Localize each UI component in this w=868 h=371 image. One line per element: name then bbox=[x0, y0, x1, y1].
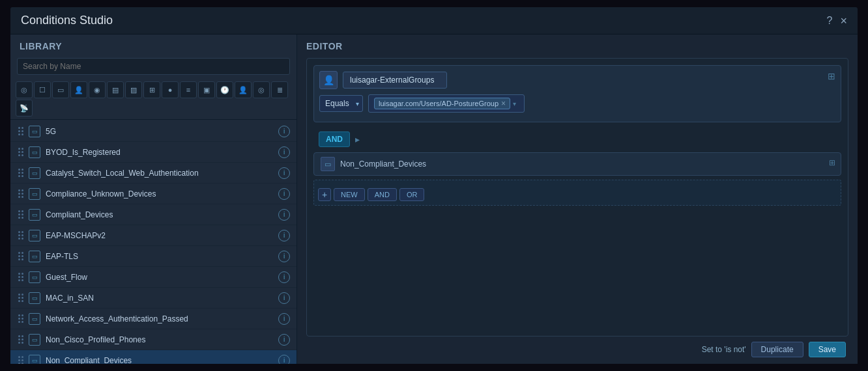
filter-clock-icon[interactable]: 🕐 bbox=[216, 81, 233, 98]
filter-circle-icon[interactable]: ◉ bbox=[89, 81, 106, 98]
filter-pattern-icon[interactable]: ▨ bbox=[125, 81, 142, 98]
and-expand-icon[interactable]: ▸ bbox=[355, 134, 360, 144]
list-item[interactable]: ▭ Network_Access_Authentication_Passed i bbox=[10, 309, 297, 329]
item-label: Catalyst_Switch_Local_Web_Authentication bbox=[46, 169, 278, 178]
item-type-icon: ▭ bbox=[29, 313, 40, 325]
nc-label: Non_Compliant_Devices bbox=[340, 159, 426, 169]
info-icon[interactable]: i bbox=[278, 271, 290, 283]
item-label: 5G bbox=[46, 127, 278, 136]
item-type-icon: ▭ bbox=[29, 334, 40, 346]
item-type-icon: ▭ bbox=[29, 292, 40, 304]
list-item[interactable]: ▭ Compliant_Devices i bbox=[10, 204, 297, 225]
save-button[interactable]: Save bbox=[809, 342, 846, 357]
new-button[interactable]: NEW bbox=[334, 188, 365, 201]
list-item[interactable]: ▭ BYOD_Is_Registered i bbox=[10, 142, 297, 163]
set-to-is-not-text: Set to 'is not' bbox=[702, 345, 746, 354]
drag-handle[interactable] bbox=[17, 292, 25, 303]
drag-handle[interactable] bbox=[17, 126, 25, 137]
item-type-icon: ▭ bbox=[29, 230, 40, 241]
item-type-icon: ▭ bbox=[29, 251, 40, 262]
drag-handle[interactable] bbox=[17, 209, 25, 220]
user-attribute-icon: 👤 bbox=[319, 71, 338, 89]
list-item[interactable]: ▭ EAP-MSCHAPv2 i bbox=[10, 225, 297, 246]
item-label: Non_Compliant_Devices bbox=[46, 356, 278, 364]
item-label: Compliant_Devices bbox=[46, 210, 278, 219]
tag-value: luisagar.com/Users/AD-PostureGroup bbox=[379, 100, 499, 107]
non-compliant-block: ⊞ ▭ Non_Compliant_Devices bbox=[313, 152, 841, 176]
help-icon[interactable]: ? bbox=[827, 15, 833, 27]
filter-user-icon[interactable]: 👤 bbox=[70, 81, 87, 98]
editor-panel: Editor ⊞ 👤 luisagar-ExternalGroups Equal… bbox=[297, 34, 858, 364]
expand-icon[interactable]: ⊞ bbox=[828, 71, 835, 81]
editor-content: ⊞ 👤 luisagar-ExternalGroups Equals l bbox=[306, 58, 848, 337]
filter-grid-icon[interactable]: ▤ bbox=[107, 81, 124, 98]
search-input[interactable] bbox=[17, 58, 290, 75]
nc-expand-icon[interactable]: ⊞ bbox=[829, 158, 835, 167]
drag-handle[interactable] bbox=[17, 355, 25, 364]
and-label: AND bbox=[319, 131, 350, 147]
info-icon[interactable]: i bbox=[278, 355, 290, 364]
filter-location-icon[interactable]: ◎ bbox=[16, 81, 33, 98]
list-item[interactable]: ▭ EAP-TLS i bbox=[10, 246, 297, 267]
modal-overlay: Conditions Studio ? × Library ◎ ☐ ▭ 👤 ◉ … bbox=[0, 0, 868, 371]
library-title: Library bbox=[10, 34, 297, 55]
operator-select[interactable]: Equals bbox=[319, 95, 363, 112]
list-item[interactable]: ▭ MAC_in_SAN i bbox=[10, 288, 297, 309]
or-button[interactable]: OR bbox=[399, 188, 425, 201]
info-icon[interactable]: i bbox=[278, 188, 290, 200]
filter-menu-icon[interactable]: ≣ bbox=[271, 81, 288, 98]
drag-handle[interactable] bbox=[17, 271, 25, 282]
drag-handle[interactable] bbox=[17, 334, 25, 345]
list-item[interactable]: ▭ Catalyst_Switch_Local_Web_Authenticati… bbox=[10, 163, 297, 184]
filter-dot-icon[interactable]: ● bbox=[162, 81, 179, 98]
drag-handle[interactable] bbox=[17, 313, 25, 324]
plus-icon: + bbox=[322, 189, 327, 200]
info-icon[interactable]: i bbox=[278, 334, 290, 346]
info-icon[interactable]: i bbox=[278, 146, 290, 158]
item-label: EAP-TLS bbox=[46, 252, 278, 261]
filter-person-icon[interactable]: 👤 bbox=[235, 81, 252, 98]
item-type-icon: ▭ bbox=[29, 355, 40, 364]
editor-title: Editor bbox=[306, 41, 848, 51]
list-item[interactable]: ▭ Non_Cisco_Profiled_Phones i bbox=[10, 329, 297, 350]
duplicate-button[interactable]: Duplicate bbox=[751, 342, 803, 357]
item-type-icon: ▭ bbox=[29, 167, 40, 179]
item-type-icon: ▭ bbox=[29, 126, 40, 137]
filter-device-icon[interactable]: ☐ bbox=[34, 81, 51, 98]
info-icon[interactable]: i bbox=[278, 167, 290, 179]
info-icon[interactable]: i bbox=[278, 230, 290, 241]
modal-body: Library ◎ ☐ ▭ 👤 ◉ ▤ ▨ ⊞ ● ≡ ▣ 🕐 👤 bbox=[10, 34, 858, 364]
filter-plus-icon[interactable]: ⊞ bbox=[143, 81, 160, 98]
list-item[interactable]: ▭ Guest_Flow i bbox=[10, 267, 297, 288]
sub-toolbar: + NEW AND OR bbox=[318, 188, 837, 201]
list-item-selected[interactable]: ▭ Non_Compliant_Devices i bbox=[10, 350, 297, 364]
condition-block-external-groups: ⊞ 👤 luisagar-ExternalGroups Equals l bbox=[313, 65, 841, 122]
list-item[interactable]: ▭ Compliance_Unknown_Devices i bbox=[10, 184, 297, 204]
filter-square-icon[interactable]: ▭ bbox=[52, 81, 69, 98]
and-connector-row: AND ▸ bbox=[319, 129, 841, 150]
info-icon[interactable]: i bbox=[278, 292, 290, 304]
tag-remove-icon[interactable]: × bbox=[501, 100, 506, 107]
info-icon[interactable]: i bbox=[278, 313, 290, 325]
and-button[interactable]: AND bbox=[368, 188, 397, 201]
filter-lines-icon[interactable]: ≡ bbox=[180, 81, 197, 98]
info-icon[interactable]: i bbox=[278, 209, 290, 221]
drag-handle[interactable] bbox=[17, 146, 25, 158]
item-label: BYOD_Is_Registered bbox=[46, 148, 278, 157]
close-button[interactable]: × bbox=[840, 15, 847, 27]
modal-header: Conditions Studio ? × bbox=[10, 7, 858, 34]
filter-table-icon[interactable]: ▣ bbox=[198, 81, 215, 98]
library-list: ▭ 5G i ▭ BYOD_Is_Registered i bbox=[10, 121, 297, 364]
info-icon[interactable]: i bbox=[278, 251, 290, 262]
drag-handle[interactable] bbox=[17, 251, 25, 262]
filter-wifi-icon[interactable]: 📡 bbox=[16, 100, 33, 117]
drag-handle[interactable] bbox=[17, 188, 25, 199]
drag-handle[interactable] bbox=[17, 230, 25, 241]
info-icon[interactable]: i bbox=[278, 126, 290, 137]
list-item[interactable]: ▭ 5G i bbox=[10, 121, 297, 142]
header-actions: ? × bbox=[827, 15, 847, 27]
add-condition-button[interactable]: + bbox=[318, 188, 331, 201]
condition-operator-row: Equals luisagar.com/Users/AD-PostureGrou… bbox=[319, 94, 835, 113]
drag-handle[interactable] bbox=[17, 167, 25, 178]
filter-target-icon[interactable]: ◎ bbox=[253, 81, 270, 98]
